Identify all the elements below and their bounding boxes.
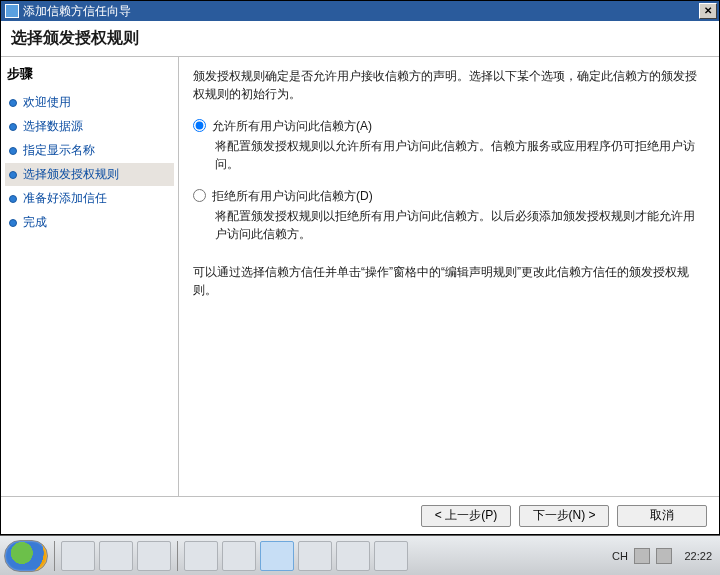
taskbar-separator (54, 541, 55, 571)
option-permit-all-desc: 将配置颁发授权规则以允许所有用户访问此信赖方。信赖方服务或应用程序仍可拒绝用户访… (215, 137, 701, 173)
step-specify-display-name[interactable]: 指定显示名称 (5, 139, 174, 162)
step-choose-issuance-auth-rules[interactable]: 选择颁发授权规则 (5, 163, 174, 186)
body: 步骤 欢迎使用 选择数据源 指定显示名称 选择颁发授权规则 准备好添加信任 (1, 57, 719, 496)
start-button[interactable] (4, 540, 48, 572)
taskbar-separator (177, 541, 178, 571)
option-deny-all-label: 拒绝所有用户访问此信赖方(D) (212, 187, 373, 205)
task-app-5[interactable] (336, 541, 370, 571)
step-bullet-icon (9, 123, 17, 131)
header-band: 选择颁发授权规则 (1, 21, 719, 57)
step-welcome[interactable]: 欢迎使用 (5, 91, 174, 114)
running-apps (184, 541, 408, 571)
taskbar: CH 22:22 (0, 535, 720, 575)
step-select-data-source[interactable]: 选择数据源 (5, 115, 174, 138)
pinned-app-3[interactable] (137, 541, 171, 571)
step-bullet-icon (9, 171, 17, 179)
cancel-button[interactable]: 取消 (617, 505, 707, 527)
step-bullet-icon (9, 195, 17, 203)
ime-indicator[interactable]: CH (612, 550, 628, 562)
titlebar: 添加信赖方信任向导 ✕ (1, 1, 719, 21)
edit-rules-note: 可以通过选择信赖方信任并单击“操作”窗格中的“编辑声明规则”更改此信赖方信任的颁… (193, 263, 701, 299)
clock[interactable]: 22:22 (678, 550, 712, 562)
button-row: < 上一步(P) 下一步(N) > 取消 (1, 496, 719, 534)
step-ready-to-add-trust[interactable]: 准备好添加信任 (5, 187, 174, 210)
task-app-6[interactable] (374, 541, 408, 571)
app-icon (5, 4, 19, 18)
step-bullet-icon (9, 99, 17, 107)
step-label: 完成 (23, 214, 47, 231)
step-finish[interactable]: 完成 (5, 211, 174, 234)
task-app-4[interactable] (298, 541, 332, 571)
previous-button[interactable]: < 上一步(P) (421, 505, 511, 527)
step-label: 欢迎使用 (23, 94, 71, 111)
next-button[interactable]: 下一步(N) > (519, 505, 609, 527)
page-title: 选择颁发授权规则 (11, 28, 139, 49)
pinned-app-1[interactable] (61, 541, 95, 571)
task-app-1[interactable] (184, 541, 218, 571)
option-deny-all[interactable]: 拒绝所有用户访问此信赖方(D) (193, 187, 701, 205)
option-permit-all[interactable]: 允许所有用户访问此信赖方(A) (193, 117, 701, 135)
steps-heading: 步骤 (5, 63, 174, 91)
intro-text: 颁发授权规则确定是否允许用户接收信赖方的声明。选择以下某个选项，确定此信赖方的颁… (193, 67, 701, 103)
tray-icon-1[interactable] (634, 548, 650, 564)
task-app-2[interactable] (222, 541, 256, 571)
system-tray: CH 22:22 (612, 548, 720, 564)
pinned-app-2[interactable] (99, 541, 133, 571)
step-bullet-icon (9, 219, 17, 227)
pinned-apps (61, 541, 171, 571)
close-button[interactable]: ✕ (699, 3, 717, 19)
task-app-3[interactable] (260, 541, 294, 571)
step-label: 选择数据源 (23, 118, 83, 135)
steps-sidebar: 步骤 欢迎使用 选择数据源 指定显示名称 选择颁发授权规则 准备好添加信任 (1, 57, 179, 496)
option-deny-all-desc: 将配置颁发授权规则以拒绝所有用户访问此信赖方。以后必须添加颁发授权规则才能允许用… (215, 207, 701, 243)
option-permit-all-radio[interactable] (193, 119, 206, 132)
step-label: 指定显示名称 (23, 142, 95, 159)
wizard-window: 添加信赖方信任向导 ✕ 选择颁发授权规则 步骤 欢迎使用 选择数据源 指定显示名… (0, 0, 720, 535)
tray-icon-2[interactable] (656, 548, 672, 564)
content-pane: 颁发授权规则确定是否允许用户接收信赖方的声明。选择以下某个选项，确定此信赖方的颁… (179, 57, 719, 496)
window-title: 添加信赖方信任向导 (23, 3, 699, 20)
step-bullet-icon (9, 147, 17, 155)
option-deny-all-radio[interactable] (193, 189, 206, 202)
step-label: 选择颁发授权规则 (23, 166, 119, 183)
option-permit-all-label: 允许所有用户访问此信赖方(A) (212, 117, 372, 135)
step-label: 准备好添加信任 (23, 190, 107, 207)
